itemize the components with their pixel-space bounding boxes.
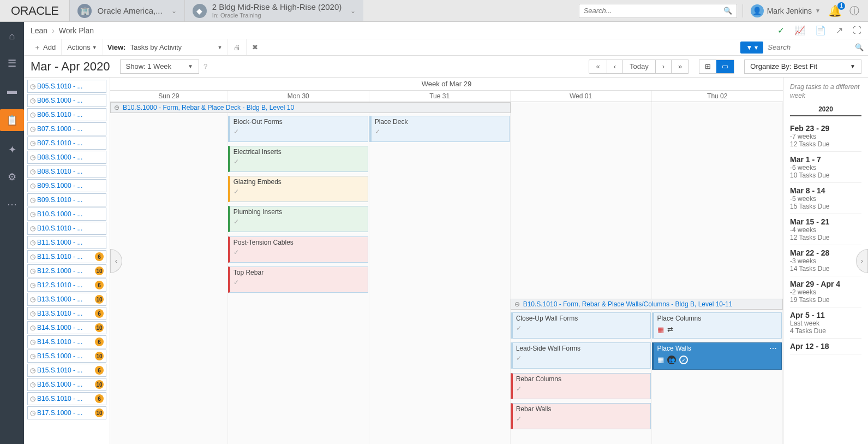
username: Mark Jenkins [767, 7, 812, 15]
project-icon: ◆ [193, 4, 207, 18]
notifications-button[interactable]: 🔔 1 [828, 4, 842, 17]
project-title: 2 Bldg Mid-Rise & High-Rise (2020) [212, 2, 342, 12]
chevron-down-icon: ⌄ [350, 7, 356, 15]
org-selector[interactable]: 🏢 Oracle America,... ⌄ [69, 0, 184, 21]
search-icon: 🔍 [723, 7, 732, 15]
project-subtitle: In: Oracle Training [212, 12, 342, 19]
org-name: Oracle America,... [97, 6, 162, 15]
building-icon: 🏢 [77, 4, 92, 18]
user-menu[interactable]: 👤 Mark Jenkins ▼ [743, 4, 821, 17]
caret-down-icon: ▼ [815, 8, 821, 14]
oracle-logo: ORACLE [0, 4, 69, 18]
avatar-icon: 👤 [751, 4, 764, 17]
project-selector[interactable]: ◆ 2 Bldg Mid-Rise & High-Rise (2020) In:… [184, 0, 364, 21]
search-input[interactable] [584, 7, 723, 15]
chevron-down-icon: ⌄ [171, 7, 177, 15]
top-header: ORACLE 🏢 Oracle America,... ⌄ ◆ 2 Bldg M… [0, 0, 868, 22]
help-button[interactable]: ⓘ [849, 4, 859, 17]
notification-badge: 1 [837, 2, 845, 10]
global-search[interactable]: 🔍 [579, 4, 737, 18]
